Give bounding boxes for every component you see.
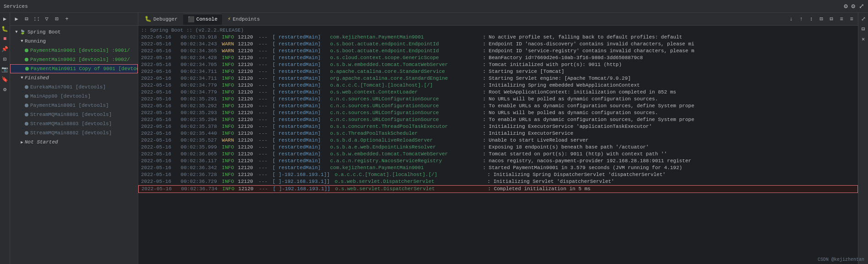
tree-item-payment9001[interactable]: PaymentMain9001 [devtools] :9001/ [10, 46, 138, 55]
log-area[interactable]: :: Spring Boot :: (v2.2.2.RELEASE) 2022-… [138, 26, 858, 264]
log-time: 00:02:34.428 [178, 55, 219, 61]
log-thread: [ restartedMain] [267, 110, 327, 116]
settings2-icon[interactable]: ⚙ [1, 85, 9, 94]
log-message: : Unable to start LiveReload server [483, 137, 588, 144]
camera-icon[interactable]: 📷 [1, 65, 9, 73]
tab-endpoints-label: Endpoints [233, 16, 260, 22]
right-split-icon[interactable]: ⊟ [859, 25, 868, 33]
endpoints-icon: ⚡ [228, 16, 231, 22]
log-message: : Initializing ExecutorService 'applicat… [483, 123, 652, 130]
log-date: 2022-05-16 [141, 171, 178, 178]
log-date: 2022-05-16 [141, 123, 178, 130]
log-level: INFO [219, 103, 235, 110]
log-message: : Exposing 18 endpoint(s) beneath base p… [483, 144, 649, 151]
log-class: o.s.web.servlet.DispatcherServlet [331, 178, 487, 185]
layout-icon[interactable]: ⊡ [1, 55, 9, 63]
log-dashes: --- [255, 75, 267, 82]
tree-item-payment9011[interactable]: PaymentMain9011 Copy of 9001 [devtools] … [10, 64, 138, 73]
right-close-icon[interactable]: ✕ [859, 35, 868, 43]
tree-item-eureka7001[interactable]: EurekaMain7001 [devtools] [10, 82, 138, 92]
log-line: 2022-05-16 00:02:34.779 INFO 12120 --- [… [138, 82, 858, 89]
log-date: 2022-05-16 [141, 144, 178, 151]
title-bar-title: Services [4, 4, 28, 9]
layout2-btn[interactable]: ⊡ [52, 15, 61, 24]
clear-btn[interactable]: ⊟ [827, 15, 836, 24]
tree-item-payment8001[interactable]: PaymentMain8001 [devtools] [10, 101, 138, 110]
log-class: com.kejizhentan.PaymentMain9001 [327, 34, 483, 41]
log-time: 00:02:36.065 [178, 151, 219, 158]
scroll-both-btn[interactable]: ↕ [807, 15, 816, 24]
add-btn[interactable]: + [62, 15, 71, 24]
log-date: 2022-05-16 [141, 158, 178, 165]
right-expand-icon[interactable]: ⤢ [859, 15, 868, 23]
log-line: 2022-05-16 00:02:34.779 INFO 12120 --- [… [138, 89, 858, 96]
gear-icon[interactable]: ⚙ [852, 2, 855, 10]
tree-item-mainapp80[interactable]: MainApp80 [devtools] [10, 92, 138, 101]
log-class: o.a.c.c.C.[Tomcat].[localhost].[/] [331, 171, 487, 178]
run-icon[interactable]: ▶ [1, 15, 9, 23]
format-btn[interactable]: ⊡ [817, 15, 826, 24]
filter-btn[interactable]: ▽ [42, 15, 51, 24]
tab-debugger[interactable]: 🐛 Debugger [140, 14, 182, 25]
log-line: 2022-05-16 00:02:35.999 INFO 12120 --- [… [138, 144, 858, 151]
stop-all-btn[interactable]: ⊟ [22, 15, 31, 24]
log-pid: 12120 [235, 171, 255, 178]
tree-item-streammq8801[interactable]: StreamMQMain8801 [devtools] [10, 110, 138, 119]
log-time: 00:02:34.711 [178, 68, 219, 75]
log-level: INFO [219, 158, 235, 165]
log-message: : Initializing Servlet 'dispatcherServle… [487, 178, 614, 185]
log-line: 2022-05-16 00:02:36.728 INFO 12120 --- [… [138, 171, 858, 178]
log-thread: [ restartedMain] [267, 89, 327, 96]
log-time: 00:02:34.711 [178, 75, 219, 82]
tab-console[interactable]: ⬛ Console [183, 14, 222, 25]
log-thread: [ restartedMain] [267, 34, 327, 41]
tree-item-running[interactable]: ▼ Running [10, 37, 138, 46]
scroll-down-btn[interactable]: ↓ [787, 15, 796, 24]
log-message: : Tomcat initialized with port(s): 9011 … [483, 61, 622, 68]
log-level: INFO [219, 130, 235, 137]
log-class: o.s.b.w.embedded.tomcat.TomcatWebServer [327, 61, 483, 68]
tree-item-streammq8803[interactable]: StreamMQMain8803 [devtools] [10, 119, 138, 128]
payment9002-label: PaymentMain9002 [devtools] :9002/ [30, 57, 130, 62]
wrap-btn[interactable]: ≡ [837, 15, 846, 24]
log-line: 2022-05-16 00:02:36.342 INFO 12120 --- [… [138, 165, 858, 171]
console-toolbar-right: ↓ ↑ ↕ ⊡ ⊟ ≡ ≡ [787, 15, 856, 24]
log-line: 2022-05-16 00:02:34.243 WARN 12120 --- [… [138, 41, 858, 48]
log-level: INFO [219, 96, 235, 103]
mainapp80-label: MainApp80 [devtools] [30, 94, 91, 99]
log-dashes: --- [255, 123, 267, 130]
bookmark-icon[interactable]: 🔖 [1, 75, 9, 83]
log-date: 2022-05-16 [141, 103, 178, 110]
run-all-btn[interactable]: ▶ [12, 15, 21, 24]
stop-icon[interactable]: ■ [1, 35, 9, 43]
log-line: 2022-05-16 00:02:35.294 INFO 12120 --- [… [138, 116, 858, 123]
expand-icon[interactable]: ⤢ [859, 2, 864, 10]
scroll-up-btn[interactable]: ↑ [797, 15, 806, 24]
log-date: 2022-05-16 [141, 89, 178, 96]
tree-item-spring-boot[interactable]: ▼ 🍃 Spring Boot [10, 28, 138, 37]
tree-item-finished[interactable]: ▼ Finished [10, 73, 138, 82]
payment9011-label: PaymentMain9011 Copy of 9001 [devtools] … [31, 66, 138, 72]
streammq8801-status [25, 113, 28, 116]
log-class: o.s.b.a.e.web.EndpointLinksResolver [327, 144, 483, 151]
tree-item-notstarted[interactable]: ▶ Not Started [10, 138, 138, 147]
log-pid: 12120 [235, 116, 255, 123]
log-date: 2022-05-16 [141, 75, 178, 82]
settings-icon[interactable]: ⚙ [844, 2, 847, 10]
tree-item-streammq8802[interactable]: StreamMQMain8802 [devtools] [10, 128, 138, 138]
pin-icon[interactable]: 📌 [1, 45, 9, 53]
log-level: INFO [219, 110, 235, 116]
log-pid: 12120 [235, 68, 255, 75]
list-btn[interactable]: ≡ [847, 15, 856, 24]
log-time: 00:02:34.779 [178, 89, 219, 96]
log-thread: [ restartedMain] [267, 103, 327, 110]
tab-endpoints[interactable]: ⚡ Endpoints [223, 14, 265, 25]
debug-icon[interactable]: 🐛 [1, 25, 9, 33]
log-pid: 12120 [235, 158, 255, 165]
tree-item-payment9002[interactable]: PaymentMain9002 [devtools] :9002/ [10, 55, 138, 64]
log-pid: 12120 [235, 137, 255, 144]
grid-btn[interactable]: :: [32, 15, 41, 24]
log-date: 2022-05-16 [141, 68, 178, 75]
log-date: 2022-05-16 [141, 130, 178, 137]
log-class: o.a.c.c.C.[Tomcat].[localhost].[/] [327, 82, 483, 89]
